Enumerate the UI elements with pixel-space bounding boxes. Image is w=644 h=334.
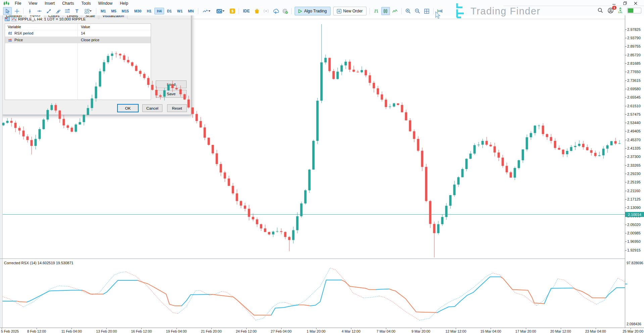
timeframe-bar: M1M5M15M30H1H4D1W1MN: [98, 8, 196, 14]
close-button[interactable]: [632, 1, 639, 6]
symbol-label: RIPPLE_i, H4: 1 LOT = 10,000 RIPPLE: [18, 17, 86, 21]
cursor-tool-button[interactable]: [3, 7, 12, 15]
menu-item-tools[interactable]: Tools: [78, 0, 95, 7]
toggle-on-segment: [628, 8, 633, 13]
indicator-label: Corrected RSX (14) 14.602519 19.530871: [4, 261, 73, 265]
market-button[interactable]: [252, 7, 261, 15]
new-order-button[interactable]: New Order: [333, 7, 366, 15]
chevron-down-icon: [90, 10, 92, 12]
channel-tool-button[interactable]: [54, 7, 62, 15]
text-tool-button[interactable]: T: [72, 7, 81, 15]
price-value: 2.00985: [627, 231, 641, 235]
time-axis[interactable]: 5 Feb 20258 Feb 12:0011 Feb 04:0013 Feb …: [0, 328, 644, 334]
vertical-line-icon: [28, 9, 32, 14]
indicator-axis-max: 97.828696: [627, 261, 643, 265]
menu-item-help[interactable]: Help: [116, 0, 132, 7]
price-value: 2.41335: [627, 146, 641, 150]
time-axis-label: 5 Feb 2025: [1, 329, 19, 333]
timeframe-button-m30[interactable]: M30: [132, 8, 144, 14]
price-value: 1.96950: [627, 239, 641, 243]
restore-button[interactable]: [621, 1, 629, 6]
signals-icon: [263, 9, 269, 13]
search-button[interactable]: [598, 8, 603, 13]
chart-surface[interactable]: [3, 15, 625, 259]
time-axis-label: 7 Mar 04:00: [377, 329, 395, 333]
bars-style-button[interactable]: [372, 7, 381, 15]
timeframe-button-m15[interactable]: M15: [119, 8, 131, 14]
menu-item-charts[interactable]: Charts: [58, 0, 78, 7]
price-value: 2.85720: [627, 53, 641, 57]
price-tick: [625, 97, 627, 98]
shopping-bag-icon: [254, 8, 259, 14]
price-tick: [625, 174, 627, 174]
search-icon: [598, 8, 603, 13]
timeframe-button-d1[interactable]: D1: [165, 8, 174, 14]
timeframe-button-h4[interactable]: H4: [154, 8, 164, 14]
community-button[interactable]: [281, 7, 289, 15]
algo-trading-button[interactable]: Algo Trading: [295, 7, 330, 15]
price-tick: [625, 157, 627, 157]
time-axis-label: 23 Mar 04:00: [585, 329, 606, 333]
price-tick: [625, 199, 627, 200]
cloud-button[interactable]: [271, 7, 280, 15]
currency-button[interactable]: $: [228, 7, 237, 15]
toolbar: T M1M5M15M30H1H4D1W1MN: [0, 7, 644, 15]
price-value: 2.93790: [627, 36, 641, 40]
zoom-out-button[interactable]: [413, 7, 422, 15]
timeframe-button-w1[interactable]: W1: [175, 8, 185, 14]
crosshair-icon: [14, 9, 19, 14]
chart-type-button[interactable]: [200, 7, 213, 15]
crosshair-tool-button[interactable]: [12, 7, 21, 15]
price-tick: [625, 131, 627, 131]
minimize-button[interactable]: [610, 1, 618, 6]
zoom-out-icon: [415, 8, 420, 14]
indicator-pane-surface[interactable]: [3, 259, 625, 328]
timeframe-button-mn[interactable]: MN: [186, 8, 196, 14]
menu-item-view[interactable]: View: [25, 0, 41, 7]
price-tick: [625, 55, 627, 55]
price-value: 2.29230: [627, 172, 641, 176]
shapes-tool-button[interactable]: [82, 7, 94, 15]
new-order-icon: [337, 9, 341, 13]
indicators-button[interactable]: [214, 7, 227, 15]
signals-button[interactable]: [262, 7, 270, 15]
time-axis-label: 11 Feb 04:00: [61, 329, 82, 333]
timeframe-button-h1[interactable]: H1: [144, 8, 154, 14]
menu-item-window[interactable]: Window: [95, 0, 116, 7]
time-axis-label: 25 Mar 20:00: [623, 329, 643, 333]
ide-label: IDE: [243, 9, 250, 13]
price-tick: [625, 89, 627, 89]
fibonacci-tool-button[interactable]: [63, 7, 72, 15]
candles-style-button[interactable]: [381, 7, 390, 15]
price-tick: [625, 30, 627, 30]
menu-item-file[interactable]: File: [11, 0, 25, 7]
price-axis[interactable]: 2.978252.937902.897552.857202.816852.776…: [625, 15, 644, 328]
vertical-line-tool-button[interactable]: [26, 7, 34, 15]
minimize-icon: [612, 2, 616, 5]
timeframe-button-m5[interactable]: M5: [109, 8, 118, 14]
lvl-arrows-icon: [618, 7, 622, 11]
price-tick: [625, 241, 627, 242]
price-tick: [625, 182, 627, 182]
timeframe-button-m1[interactable]: M1: [98, 8, 108, 14]
dollar-icon: $: [230, 8, 235, 14]
menu-item-insert[interactable]: Insert: [41, 0, 58, 7]
bar-chart-icon: [374, 9, 379, 13]
price-value: 2.53440: [627, 121, 641, 125]
level-indicator[interactable]: LVL: [618, 7, 623, 13]
line-chart-icon: [203, 9, 208, 13]
connection-toggle[interactable]: [627, 8, 641, 13]
ide-button[interactable]: IDE: [241, 7, 252, 15]
account-button[interactable]: 1: [608, 8, 613, 13]
time-axis-label: 12 Mar 12:00: [445, 329, 466, 333]
price-tick: [625, 225, 627, 225]
line-style-button[interactable]: [391, 7, 399, 15]
trendline-tool-button[interactable]: [44, 7, 53, 15]
price-tick: [625, 148, 627, 149]
tile-windows-button[interactable]: [423, 7, 431, 15]
pane-separator[interactable]: [0, 259, 644, 259]
horizontal-line-tool-button[interactable]: [35, 7, 44, 15]
indicator-current-tick: [625, 284, 627, 284]
new-order-label: New Order: [343, 9, 363, 13]
zoom-in-button[interactable]: [404, 7, 412, 15]
